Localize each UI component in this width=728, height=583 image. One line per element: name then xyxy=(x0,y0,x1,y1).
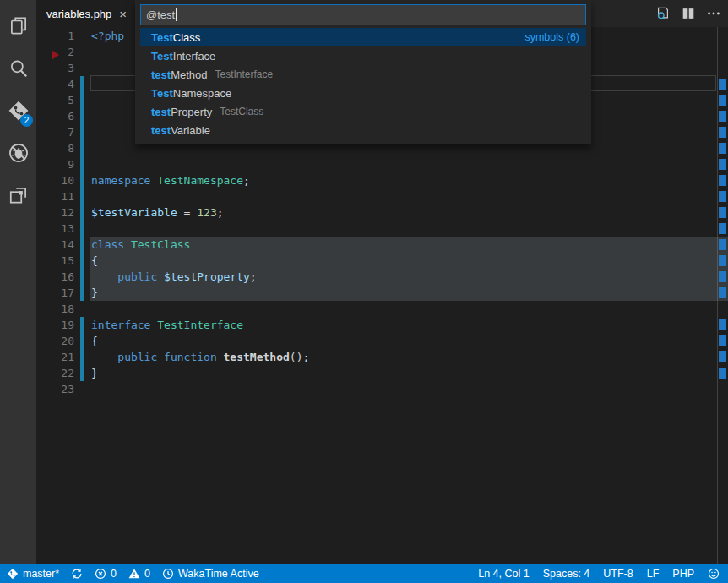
line-number: 17 xyxy=(36,286,74,299)
status-item-label: Ln 4, Col 1 xyxy=(478,568,529,580)
code-line-12[interactable]: 12$testVariable = 123; xyxy=(36,204,728,221)
code-line-20[interactable]: 20{ xyxy=(36,333,728,349)
status-item-label: 0 xyxy=(144,568,150,580)
line-content: namespace TestNamespace; xyxy=(91,174,250,187)
code-line-22[interactable]: 22} xyxy=(36,365,728,381)
line-number: 19 xyxy=(36,319,74,331)
line-number: 14 xyxy=(36,238,74,251)
status-item-feedback[interactable] xyxy=(708,564,720,583)
status-item-wakatime[interactable]: WakaTime Active xyxy=(162,564,259,583)
code-line-17[interactable]: 17} xyxy=(36,285,728,301)
line-content: $testVariable = 123; xyxy=(91,206,224,219)
activity-bar: 2 xyxy=(0,0,36,564)
line-number: 16 xyxy=(36,270,74,283)
warning-icon xyxy=(128,568,140,580)
status-item-label: LF xyxy=(647,568,660,580)
symbol-label: TestClass xyxy=(151,31,200,44)
status-item-cursor-position[interactable]: Ln 4, Col 1 xyxy=(478,564,529,583)
overview-ruler-modified-mark xyxy=(719,175,726,186)
line-number: 20 xyxy=(36,335,74,347)
tab-variables-php[interactable]: variables.php × xyxy=(36,0,137,27)
code-line-9[interactable]: 9 xyxy=(36,156,728,172)
line-content: } xyxy=(91,367,98,379)
line-number: 3 xyxy=(36,62,74,74)
line-number: 18 xyxy=(36,302,74,315)
code-line-18[interactable]: 18 xyxy=(36,301,728,317)
debug-icon xyxy=(8,142,30,164)
line-number: 15 xyxy=(36,254,74,267)
line-content: public $testProperty; xyxy=(91,270,257,283)
symbol-label: testMethod xyxy=(151,68,208,81)
status-item-label: 0 xyxy=(111,568,117,580)
split-editor-button[interactable] xyxy=(679,4,698,23)
line-content: class TestClass xyxy=(91,238,190,251)
code-line-21[interactable]: 21 public function testMethod(); xyxy=(36,349,728,365)
activity-bar-item-source-control[interactable]: 2 xyxy=(0,90,36,132)
status-item-indentation[interactable]: Spaces: 4 xyxy=(543,564,590,583)
symbol-result-TestInterface[interactable]: TestInterface xyxy=(140,46,586,65)
code-line-14[interactable]: 14class TestClass xyxy=(36,237,728,253)
activity-bar-item-search[interactable] xyxy=(0,47,36,90)
line-number: 8 xyxy=(36,142,74,155)
close-icon[interactable]: × xyxy=(119,8,127,20)
code-line-10[interactable]: 10namespace TestNamespace; xyxy=(36,172,728,188)
line-content: interface TestInterface xyxy=(91,319,243,331)
overview-ruler-modified-mark xyxy=(719,191,726,202)
code-line-13[interactable]: 13 xyxy=(36,221,728,237)
status-item-warnings[interactable]: 0 xyxy=(128,564,150,583)
overview-ruler-modified-mark xyxy=(719,287,726,298)
activity-bar-item-debug[interactable] xyxy=(0,132,36,174)
code-line-19[interactable]: 19interface TestInterface xyxy=(36,317,728,333)
activity-bar-item-explorer[interactable] xyxy=(0,5,36,47)
overview-ruler-modified-mark xyxy=(719,351,726,362)
line-number: 9 xyxy=(36,158,74,171)
status-item-label: PHP xyxy=(672,568,694,580)
status-item-eol[interactable]: LF xyxy=(647,564,660,583)
symbols-count-badge: symbols (6) xyxy=(524,31,579,43)
symbol-result-testProperty[interactable]: testPropertyTestClass xyxy=(140,102,586,121)
symbol-result-TestClass[interactable]: TestClasssymbols (6) xyxy=(140,28,586,46)
line-number: 5 xyxy=(36,94,74,106)
status-bar-right: Ln 4, Col 1Spaces: 4UTF-8LFPHP xyxy=(478,564,720,583)
editor-title-actions xyxy=(654,0,723,27)
symbol-result-testVariable[interactable]: testVariable xyxy=(140,121,586,139)
line-number: 13 xyxy=(36,222,74,235)
status-item-encoding[interactable]: UTF-8 xyxy=(603,564,633,583)
line-content: <?php xyxy=(91,30,124,42)
code-line-15[interactable]: 15{ xyxy=(36,253,728,269)
code-line-23[interactable]: 23 xyxy=(36,381,728,397)
status-item-label: master* xyxy=(23,568,59,580)
symbol-result-TestNamespace[interactable]: TestNamespace xyxy=(140,84,586,102)
status-item-sync[interactable] xyxy=(71,564,83,583)
status-item-language-mode[interactable]: PHP xyxy=(672,564,694,583)
status-item-git-branch[interactable]: master* xyxy=(7,564,59,583)
find-in-file-button[interactable] xyxy=(654,4,672,23)
symbol-results-list: TestClasssymbols (6)TestInterfacetestMet… xyxy=(140,28,586,139)
quick-open-input[interactable]: @test xyxy=(140,4,586,25)
find-doc-icon xyxy=(655,6,671,21)
overview-ruler-modified-mark xyxy=(719,271,726,282)
symbol-container-label: TestClass xyxy=(220,106,263,117)
overview-ruler-modified-mark xyxy=(719,255,726,266)
line-number: 7 xyxy=(36,126,74,139)
overview-ruler-modified-mark xyxy=(719,368,726,379)
line-number: 22 xyxy=(36,367,74,379)
code-line-11[interactable]: 11 xyxy=(36,188,728,204)
symbol-result-testMethod[interactable]: testMethodTestInterface xyxy=(140,65,586,84)
overview-ruler-modified-mark xyxy=(719,207,726,218)
more-actions-button[interactable] xyxy=(704,4,723,23)
symbol-container-label: TestInterface xyxy=(215,68,274,80)
extensions-icon xyxy=(8,184,30,206)
line-number: 10 xyxy=(36,174,74,187)
symbol-label: testProperty xyxy=(151,106,212,118)
code-line-16[interactable]: 16 public $testProperty; xyxy=(36,269,728,285)
overview-ruler-modified-mark xyxy=(719,159,726,170)
line-number: 11 xyxy=(36,190,74,203)
overview-ruler-modified-mark xyxy=(719,111,726,122)
line-number: 1 xyxy=(36,30,74,42)
activity-bar-item-extensions[interactable] xyxy=(0,174,36,216)
status-item-errors[interactable]: 0 xyxy=(95,564,117,583)
split-editor-icon xyxy=(681,6,696,21)
ellipsis-icon xyxy=(706,6,721,21)
overview-ruler-modified-mark xyxy=(719,335,726,346)
